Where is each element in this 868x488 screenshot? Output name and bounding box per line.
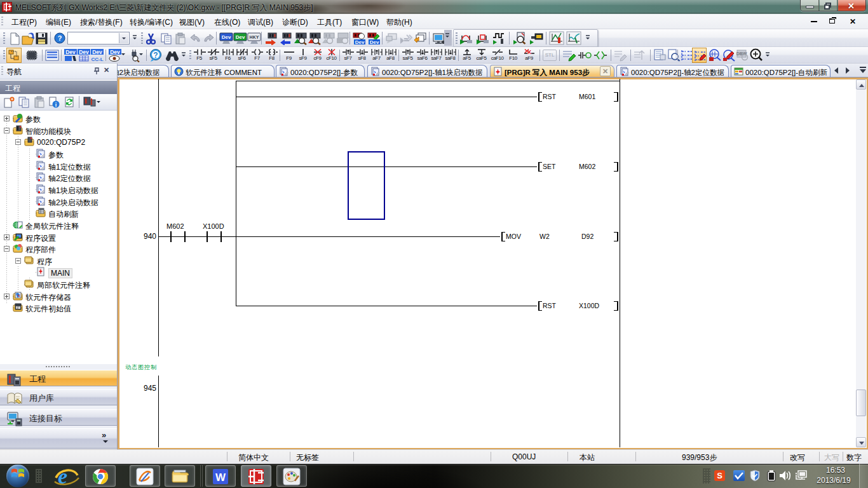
svg-text:Dev: Dev: [236, 34, 245, 40]
svg-text:Dev: Dev: [222, 34, 231, 40]
svg-text:Dev: Dev: [79, 49, 89, 55]
svg-text:DBW: DBW: [736, 51, 747, 56]
svg-text:Dev: Dev: [110, 49, 120, 55]
svg-text:Dev: Dev: [65, 49, 76, 55]
svg-text:Dev: Dev: [355, 39, 365, 45]
svg-text:CC-L: CC-L: [91, 57, 103, 62]
svg-text:?: ?: [58, 34, 62, 42]
svg-text:Dev: Dev: [370, 39, 379, 45]
svg-text:?: ?: [153, 51, 158, 60]
svg-text:HKY: HKY: [250, 35, 259, 39]
svg-text:Dev: Dev: [92, 49, 102, 55]
svg-text:W: W: [215, 471, 226, 484]
svg-text:i: i: [55, 102, 57, 108]
